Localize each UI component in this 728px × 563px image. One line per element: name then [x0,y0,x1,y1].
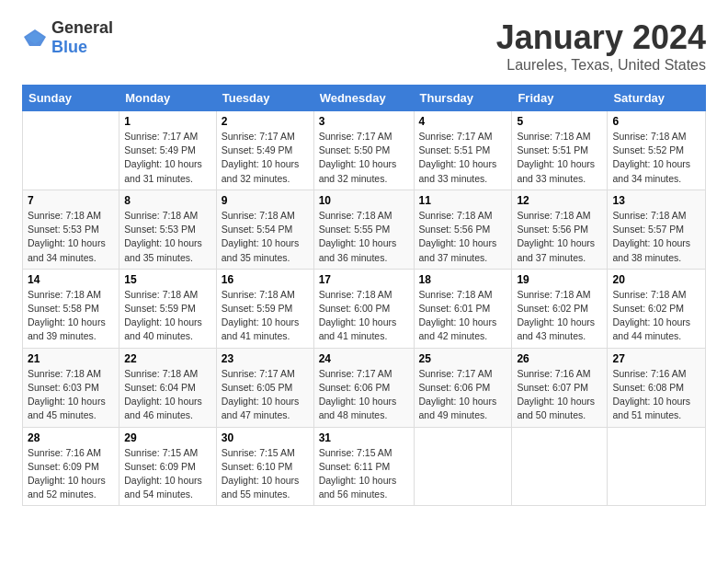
day-info: Sunrise: 7:18 AMSunset: 5:55 PMDaylight:… [319,209,409,265]
day-number: 20 [612,273,700,286]
calendar-table: SundayMondayTuesdayWednesdayThursdayFrid… [22,85,706,506]
calendar-cell: 3Sunrise: 7:17 AMSunset: 5:50 PMDaylight… [313,111,414,190]
day-number: 6 [612,115,700,128]
weekday-header-saturday: Saturday [608,86,706,111]
day-info: Sunrise: 7:17 AMSunset: 6:06 PMDaylight:… [319,367,409,423]
day-info: Sunrise: 7:18 AMSunset: 5:56 PMDaylight:… [419,209,507,265]
day-info: Sunrise: 7:15 AMSunset: 6:11 PMDaylight:… [319,446,409,502]
day-number: 27 [612,352,700,365]
day-number: 26 [517,352,602,365]
calendar-cell: 6Sunrise: 7:18 AMSunset: 5:52 PMDaylight… [608,111,706,190]
calendar-cell: 30Sunrise: 7:15 AMSunset: 6:10 PMDayligh… [216,427,313,506]
logo-general: General [51,18,113,37]
calendar-body: 1Sunrise: 7:17 AMSunset: 5:49 PMDaylight… [23,111,706,506]
calendar-cell: 10Sunrise: 7:18 AMSunset: 5:55 PMDayligh… [313,190,414,269]
weekday-header-row: SundayMondayTuesdayWednesdayThursdayFrid… [23,86,706,111]
day-number: 1 [124,115,211,128]
calendar-cell: 9Sunrise: 7:18 AMSunset: 5:54 PMDaylight… [216,190,313,269]
calendar-cell: 5Sunrise: 7:18 AMSunset: 5:51 PMDaylight… [512,111,608,190]
calendar-cell: 15Sunrise: 7:18 AMSunset: 5:59 PMDayligh… [119,269,217,348]
header-area: General Blue January 2024 Laureles, Texa… [22,18,706,74]
calendar-cell: 16Sunrise: 7:18 AMSunset: 5:59 PMDayligh… [216,269,313,348]
day-info: Sunrise: 7:18 AMSunset: 5:52 PMDaylight:… [612,130,700,186]
day-number: 3 [319,115,409,128]
day-info: Sunrise: 7:18 AMSunset: 5:57 PMDaylight:… [612,209,700,265]
calendar-cell: 23Sunrise: 7:17 AMSunset: 6:05 PMDayligh… [216,348,313,427]
day-number: 13 [612,194,700,207]
day-info: Sunrise: 7:18 AMSunset: 6:01 PMDaylight:… [419,288,507,344]
logo: General Blue [22,18,113,57]
day-info: Sunrise: 7:16 AMSunset: 6:07 PMDaylight:… [517,367,602,423]
calendar-cell [414,427,512,506]
day-info: Sunrise: 7:18 AMSunset: 5:53 PMDaylight:… [124,209,211,265]
day-number: 22 [124,352,211,365]
location-title: Laureles, Texas, United States [496,57,706,74]
day-number: 8 [124,194,211,207]
weekday-header-monday: Monday [119,86,217,111]
calendar-week-1: 1Sunrise: 7:17 AMSunset: 5:49 PMDaylight… [23,111,706,190]
calendar-cell: 13Sunrise: 7:18 AMSunset: 5:57 PMDayligh… [608,190,706,269]
calendar-cell: 7Sunrise: 7:18 AMSunset: 5:53 PMDaylight… [23,190,119,269]
day-info: Sunrise: 7:18 AMSunset: 5:56 PMDaylight:… [517,209,602,265]
day-number: 23 [222,352,309,365]
weekday-header-friday: Friday [512,86,608,111]
day-number: 5 [517,115,602,128]
day-number: 10 [319,194,409,207]
calendar-cell: 1Sunrise: 7:17 AMSunset: 5:49 PMDaylight… [119,111,217,190]
day-info: Sunrise: 7:18 AMSunset: 5:53 PMDaylight:… [28,209,114,265]
day-number: 12 [517,194,602,207]
logo-blue: Blue [51,38,87,56]
calendar-cell: 18Sunrise: 7:18 AMSunset: 6:01 PMDayligh… [414,269,512,348]
day-info: Sunrise: 7:17 AMSunset: 5:49 PMDaylight:… [222,130,309,186]
day-number: 15 [124,273,211,286]
day-info: Sunrise: 7:18 AMSunset: 5:59 PMDaylight:… [222,288,309,344]
calendar-cell: 14Sunrise: 7:18 AMSunset: 5:58 PMDayligh… [23,269,119,348]
day-number: 25 [419,352,507,365]
day-number: 24 [319,352,409,365]
day-info: Sunrise: 7:17 AMSunset: 5:49 PMDaylight:… [124,130,211,186]
calendar-cell [608,427,706,506]
day-number: 16 [222,273,309,286]
day-number: 21 [28,352,114,365]
calendar-cell [512,427,608,506]
calendar-cell: 2Sunrise: 7:17 AMSunset: 5:49 PMDaylight… [216,111,313,190]
weekday-header-sunday: Sunday [23,86,119,111]
day-number: 31 [319,431,409,444]
calendar-week-3: 14Sunrise: 7:18 AMSunset: 5:58 PMDayligh… [23,269,706,348]
day-info: Sunrise: 7:16 AMSunset: 6:09 PMDaylight:… [28,446,114,502]
day-number: 30 [222,431,309,444]
calendar-cell: 11Sunrise: 7:18 AMSunset: 5:56 PMDayligh… [414,190,512,269]
day-info: Sunrise: 7:18 AMSunset: 5:51 PMDaylight:… [517,130,602,186]
day-info: Sunrise: 7:18 AMSunset: 5:54 PMDaylight:… [222,209,309,265]
day-number: 14 [28,273,114,286]
day-number: 29 [124,431,211,444]
weekday-header-tuesday: Tuesday [216,86,313,111]
day-info: Sunrise: 7:18 AMSunset: 6:00 PMDaylight:… [319,288,409,344]
weekday-header-thursday: Thursday [414,86,512,111]
calendar-cell: 28Sunrise: 7:16 AMSunset: 6:09 PMDayligh… [23,427,119,506]
day-info: Sunrise: 7:15 AMSunset: 6:10 PMDaylight:… [222,446,309,502]
calendar-cell: 12Sunrise: 7:18 AMSunset: 5:56 PMDayligh… [512,190,608,269]
calendar-cell: 8Sunrise: 7:18 AMSunset: 5:53 PMDaylight… [119,190,217,269]
day-info: Sunrise: 7:18 AMSunset: 5:58 PMDaylight:… [28,288,114,344]
calendar-cell: 4Sunrise: 7:17 AMSunset: 5:51 PMDaylight… [414,111,512,190]
calendar-cell: 20Sunrise: 7:18 AMSunset: 6:02 PMDayligh… [608,269,706,348]
calendar-cell: 26Sunrise: 7:16 AMSunset: 6:07 PMDayligh… [512,348,608,427]
day-number: 4 [419,115,507,128]
month-title: January 2024 [496,18,706,57]
day-number: 19 [517,273,602,286]
day-info: Sunrise: 7:17 AMSunset: 5:50 PMDaylight:… [319,130,409,186]
day-number: 7 [28,194,114,207]
calendar-week-2: 7Sunrise: 7:18 AMSunset: 5:53 PMDaylight… [23,190,706,269]
day-info: Sunrise: 7:17 AMSunset: 6:06 PMDaylight:… [419,367,507,423]
calendar-cell: 17Sunrise: 7:18 AMSunset: 6:00 PMDayligh… [313,269,414,348]
calendar-cell: 21Sunrise: 7:18 AMSunset: 6:03 PMDayligh… [23,348,119,427]
calendar-cell: 19Sunrise: 7:18 AMSunset: 6:02 PMDayligh… [512,269,608,348]
calendar-cell: 24Sunrise: 7:17 AMSunset: 6:06 PMDayligh… [313,348,414,427]
weekday-header-wednesday: Wednesday [313,86,414,111]
day-info: Sunrise: 7:18 AMSunset: 6:02 PMDaylight:… [517,288,602,344]
calendar-week-4: 21Sunrise: 7:18 AMSunset: 6:03 PMDayligh… [23,348,706,427]
day-number: 17 [319,273,409,286]
day-info: Sunrise: 7:18 AMSunset: 6:04 PMDaylight:… [124,367,211,423]
title-area: January 2024 Laureles, Texas, United Sta… [496,18,706,74]
